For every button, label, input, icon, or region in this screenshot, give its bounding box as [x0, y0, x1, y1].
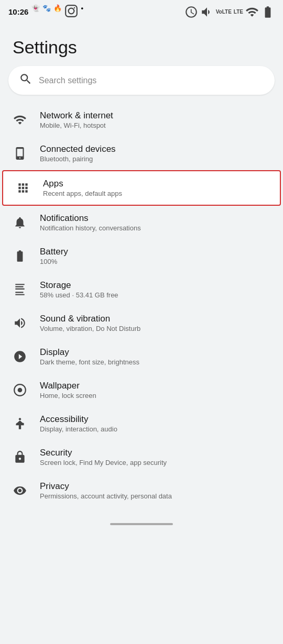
settings-item-privacy-title: Privacy	[40, 481, 172, 492]
settings-item-apps-text: Apps Recent apps, default apps	[43, 179, 122, 197]
status-left-icons: 👻 🐾 🔥 •	[31, 4, 83, 19]
accessibility-icon	[10, 414, 29, 433]
svg-point-4	[18, 388, 23, 393]
sound-icon	[10, 314, 29, 332]
settings-item-connected-devices-text: Connected devices Bluetooth, pairing	[40, 144, 116, 163]
settings-item-network[interactable]: Network & internet Mobile, Wi-Fi, hotspo…	[0, 103, 283, 137]
security-icon	[10, 448, 29, 467]
settings-item-storage-title: Storage	[40, 280, 118, 291]
settings-item-privacy-text: Privacy Permissions, account activity, p…	[40, 481, 172, 500]
settings-item-accessibility-subtitle: Display, interaction, audio	[40, 425, 117, 433]
settings-item-network-text: Network & internet Mobile, Wi-Fi, hotspo…	[40, 110, 113, 129]
battery-icon	[10, 247, 29, 265]
bottom-bar	[0, 518, 283, 530]
svg-point-2	[74, 7, 75, 9]
settings-item-apps-subtitle: Recent apps, default apps	[43, 190, 122, 197]
settings-item-apps[interactable]: Apps Recent apps, default apps	[2, 170, 281, 206]
instagram-icon	[64, 4, 78, 19]
settings-item-display-subtitle: Dark theme, font size, brightness	[40, 358, 139, 366]
settings-item-security-title: Security	[40, 448, 167, 458]
storage-icon	[10, 280, 29, 299]
settings-item-battery[interactable]: Battery 100%	[0, 239, 283, 273]
search-placeholder-text: Search settings	[39, 76, 96, 85]
status-time: 10:26	[8, 7, 28, 16]
settings-item-network-subtitle: Mobile, Wi-Fi, hotspot	[40, 121, 113, 129]
lte-badge: VoLTE	[216, 9, 232, 15]
snapchat-icon: 👻	[31, 4, 40, 19]
settings-item-connected-devices-title: Connected devices	[40, 144, 116, 154]
settings-item-notifications-text: Notifications Notification history, conv…	[40, 213, 141, 232]
settings-item-battery-subtitle: 100%	[40, 258, 68, 265]
settings-item-accessibility-title: Accessibility	[40, 414, 117, 425]
devices-icon	[10, 144, 29, 163]
privacy-icon	[10, 481, 29, 500]
settings-item-privacy-subtitle: Permissions, account activity, personal …	[40, 492, 172, 500]
wallpaper-icon	[10, 381, 29, 399]
settings-item-storage-subtitle: 58% used · 53.41 GB free	[40, 291, 118, 299]
settings-item-connected-devices-subtitle: Bluetooth, pairing	[40, 155, 116, 163]
svg-point-1	[69, 8, 74, 14]
wifi-icon	[10, 110, 29, 129]
apps-icon	[14, 179, 32, 197]
settings-item-display[interactable]: Display Dark theme, font size, brightnes…	[0, 340, 283, 373]
settings-item-storage-text: Storage 58% used · 53.41 GB free	[40, 280, 118, 299]
settings-item-sound-subtitle: Volume, vibration, Do Not Disturb	[40, 325, 140, 332]
settings-item-accessibility-text: Accessibility Display, interaction, audi…	[40, 414, 117, 433]
settings-item-privacy[interactable]: Privacy Permissions, account activity, p…	[0, 474, 283, 507]
page-title-area: Settings	[0, 21, 283, 66]
settings-item-notifications[interactable]: Notifications Notification history, conv…	[0, 206, 283, 239]
bottom-indicator	[110, 523, 173, 525]
status-bar: 10:26 👻 🐾 🔥 • VoLTE LTE	[0, 0, 283, 21]
settings-item-wallpaper-subtitle: Home, lock screen	[40, 392, 96, 399]
settings-item-sound[interactable]: Sound & vibration Volume, vibration, Do …	[0, 306, 283, 340]
settings-item-battery-title: Battery	[40, 247, 68, 257]
settings-item-notifications-title: Notifications	[40, 213, 141, 224]
settings-item-accessibility[interactable]: Accessibility Display, interaction, audi…	[0, 407, 283, 440]
dot-icon: •	[81, 4, 83, 19]
svg-rect-0	[66, 5, 78, 17]
settings-item-battery-text: Battery 100%	[40, 247, 68, 265]
tinder-icon: 🔥	[53, 4, 62, 19]
settings-item-wallpaper[interactable]: Wallpaper Home, lock screen	[0, 373, 283, 407]
settings-item-security[interactable]: Security Screen lock, Find My Device, ap…	[0, 440, 283, 474]
settings-item-notifications-subtitle: Notification history, conversations	[40, 224, 141, 232]
settings-item-security-text: Security Screen lock, Find My Device, ap…	[40, 448, 167, 467]
display-icon	[10, 347, 29, 366]
status-right-icons: VoLTE LTE	[184, 5, 275, 19]
bitmoji-icon: 🐾	[42, 4, 51, 19]
search-bar[interactable]: Search settings	[8, 66, 275, 95]
settings-item-display-text: Display Dark theme, font size, brightnes…	[40, 347, 139, 366]
lte-label: LTE	[234, 9, 243, 15]
settings-item-wallpaper-title: Wallpaper	[40, 381, 96, 391]
settings-item-storage[interactable]: Storage 58% used · 53.41 GB free	[0, 273, 283, 306]
settings-item-network-title: Network & internet	[40, 110, 113, 121]
svg-point-5	[19, 418, 21, 420]
settings-item-sound-text: Sound & vibration Volume, vibration, Do …	[40, 314, 140, 332]
search-container[interactable]: Search settings	[0, 66, 283, 103]
settings-item-sound-title: Sound & vibration	[40, 314, 140, 324]
settings-item-connected-devices[interactable]: Connected devices Bluetooth, pairing	[0, 137, 283, 170]
settings-item-apps-title: Apps	[43, 179, 122, 189]
settings-item-wallpaper-text: Wallpaper Home, lock screen	[40, 381, 96, 399]
search-icon	[19, 72, 32, 88]
settings-item-security-subtitle: Screen lock, Find My Device, app securit…	[40, 459, 167, 467]
notifications-icon	[10, 213, 29, 232]
settings-list: Network & internet Mobile, Wi-Fi, hotspo…	[0, 103, 283, 518]
settings-item-display-title: Display	[40, 347, 139, 358]
page-title: Settings	[13, 37, 270, 58]
